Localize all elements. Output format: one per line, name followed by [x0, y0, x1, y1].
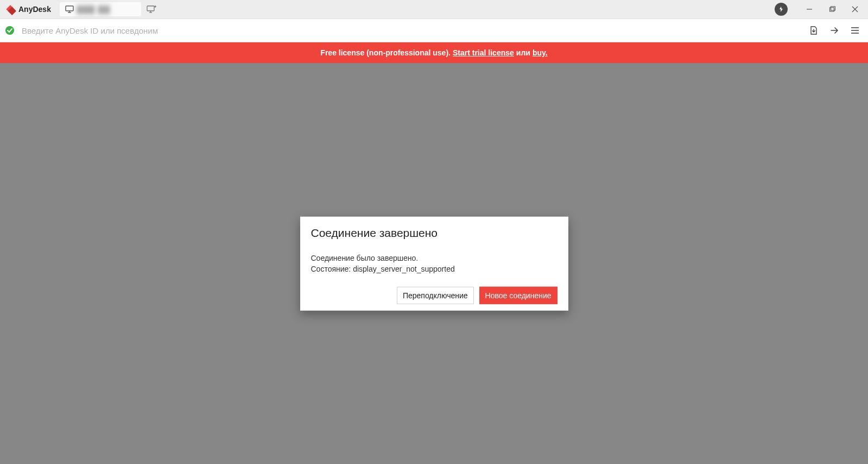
new-connection-button[interactable]: Новое соединение: [479, 286, 557, 304]
monitor-plus-icon: [147, 5, 156, 14]
main-area: Соединение завершено Соединение было зав…: [0, 63, 868, 464]
svg-rect-11: [830, 8, 834, 11]
app-logo: AnyDesk: [4, 3, 51, 15]
maximize-button[interactable]: [821, 1, 843, 17]
anydesk-logo-icon: [4, 3, 16, 15]
connect-button[interactable]: [828, 24, 841, 37]
file-transfer-button[interactable]: [807, 24, 820, 37]
reconnect-button[interactable]: Переподключение: [397, 286, 474, 304]
address-bar: [0, 18, 868, 42]
monitor-icon: [65, 5, 74, 13]
svg-rect-5: [147, 6, 154, 11]
maximize-icon: [829, 6, 835, 12]
minimize-button[interactable]: [799, 1, 820, 17]
menu-button[interactable]: [848, 24, 861, 37]
lightning-icon: [778, 6, 784, 12]
arrow-right-icon: [829, 26, 839, 35]
dialog-title: Соединение завершено: [311, 227, 557, 240]
buy-link[interactable]: buy.: [533, 48, 548, 57]
close-icon: [852, 6, 858, 12]
dialog-body: Соединение было завершено. Состояние: di…: [311, 253, 557, 275]
connection-closed-dialog: Соединение завершено Соединение было зав…: [300, 217, 568, 311]
license-banner: Free license (non-professional use). Sta…: [0, 42, 868, 63]
check-circle-icon: [5, 26, 15, 35]
license-text-middle: или: [516, 48, 530, 57]
dialog-message-line2: Состояние: display_server_not_supported: [311, 264, 557, 274]
file-arrow-icon: [809, 26, 819, 35]
app-name: AnyDesk: [18, 5, 51, 14]
close-button[interactable]: [844, 1, 866, 17]
session-tabs: ███ ██: [60, 2, 159, 16]
address-bar-actions: [807, 24, 864, 37]
session-tab[interactable]: ███ ██: [60, 2, 141, 16]
hamburger-icon: [850, 26, 860, 35]
promo-badge-button[interactable]: [775, 3, 788, 16]
license-text-prefix: Free license (non-professional use).: [320, 48, 451, 57]
dialog-buttons: Переподключение Новое соединение: [311, 286, 557, 304]
minimize-icon: [806, 6, 813, 12]
svg-rect-12: [831, 7, 835, 10]
tab-label: ███ ██: [77, 5, 111, 14]
window-controls: [775, 1, 866, 17]
svg-rect-2: [66, 6, 73, 11]
new-tab-button[interactable]: [144, 2, 159, 16]
network-status-ok: [4, 25, 15, 36]
dialog-message-line1: Соединение было завершено.: [311, 253, 557, 264]
remote-id-input[interactable]: [20, 23, 803, 39]
svg-point-15: [5, 26, 14, 35]
start-trial-link[interactable]: Start trial license: [453, 48, 514, 57]
titlebar: AnyDesk ███ ██: [0, 0, 868, 18]
